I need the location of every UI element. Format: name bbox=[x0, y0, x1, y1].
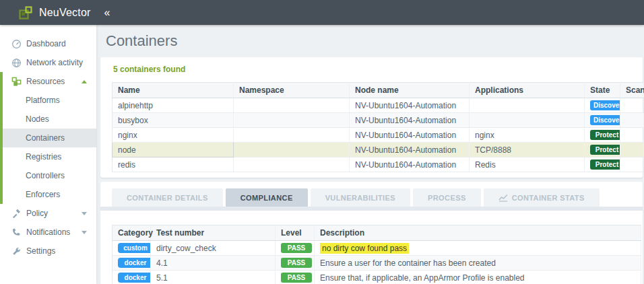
sidebar-collapse-icon[interactable]: « bbox=[104, 7, 110, 19]
sidebar-item-enforcers[interactable]: Enforcers bbox=[3, 185, 96, 204]
cell-namespace bbox=[234, 113, 350, 128]
column-header-applications[interactable]: Applications bbox=[470, 83, 585, 98]
tab-process[interactable]: PROCESS bbox=[413, 188, 481, 207]
tab-label: CONTAINER STATS bbox=[512, 194, 585, 202]
chevron-up-icon[interactable] bbox=[82, 80, 87, 83]
cell-state: Discover bbox=[585, 98, 620, 113]
cell-level: PASS bbox=[276, 256, 315, 271]
state-badge: Protect bbox=[590, 130, 620, 140]
cell-test-number: 5.1 bbox=[151, 271, 276, 284]
sidebar-item-settings[interactable]: Settings bbox=[0, 242, 96, 260]
sidebar-item-nodes[interactable]: Nodes bbox=[3, 110, 96, 129]
globe-icon bbox=[11, 58, 22, 68]
containers-table-header: Name Namespace Node name Applications St… bbox=[112, 83, 644, 98]
sidebar-item-label: Network activity bbox=[26, 58, 83, 67]
table-row[interactable]: redis NV-Ubuntu1604-Automation Redis Pro… bbox=[112, 157, 644, 172]
cell-description: Ensure that, if applicable, an AppArmor … bbox=[315, 271, 641, 284]
table-row[interactable]: nginx NV-Ubuntu1604-Automation nginx Pro… bbox=[112, 128, 644, 143]
level-badge: PASS bbox=[281, 243, 312, 253]
cell-name: alpinehttp bbox=[112, 98, 234, 113]
tab-compliance[interactable]: COMPLIANCE bbox=[226, 188, 308, 207]
sidebar-item-resources[interactable]: Resources bbox=[3, 72, 96, 91]
table-row[interactable]: alpinehttp NV-Ubuntu1604-Automation Disc… bbox=[112, 98, 644, 113]
resources-icon bbox=[11, 77, 22, 87]
sidebar-item-registries[interactable]: Registries bbox=[3, 147, 96, 166]
column-header-scan[interactable]: Scan bbox=[620, 83, 644, 98]
column-header-level[interactable]: Level bbox=[276, 225, 315, 241]
dashboard-icon bbox=[11, 39, 22, 49]
sidebar-item-label: Nodes bbox=[26, 114, 49, 124]
column-header-category[interactable]: Category bbox=[112, 225, 151, 241]
phone-icon bbox=[11, 227, 22, 238]
tab-container-stats[interactable]: CONTAINER STATS bbox=[484, 188, 600, 207]
sidebar-group-resources: Resources Platforms Nodes Containers Reg… bbox=[0, 72, 96, 204]
cell-namespace bbox=[234, 143, 350, 157]
cell-level: PASS bbox=[276, 241, 315, 256]
tab-label: CONTAINER DETAILS bbox=[127, 194, 208, 202]
table-row[interactable]: docker 4.1 PASS Ensure a user for the co… bbox=[112, 256, 641, 271]
sidebar-item-dashboard[interactable]: Dashboard bbox=[0, 34, 96, 53]
cell-name: redis bbox=[112, 157, 234, 172]
brand-name: NeuVector bbox=[39, 7, 91, 19]
column-header-description[interactable]: Description bbox=[315, 225, 641, 241]
state-badge: Discover bbox=[590, 100, 620, 110]
column-header-name[interactable]: Name bbox=[112, 83, 234, 98]
sidebar-item-label: Notifications bbox=[26, 227, 70, 237]
wrench-icon bbox=[11, 246, 22, 256]
tab-label: COMPLIANCE bbox=[240, 194, 293, 202]
tab-vulnerabilities[interactable]: VULNERABILITIES bbox=[311, 188, 410, 207]
level-badge: PASS bbox=[281, 258, 312, 268]
cell-namespace bbox=[234, 128, 350, 143]
cell-applications: TCP/8888 bbox=[470, 143, 585, 157]
column-header-namespace[interactable]: Namespace bbox=[234, 83, 350, 98]
cell-description: no dirty cow found pass bbox=[315, 241, 641, 256]
cell-name: busybox bbox=[112, 113, 234, 128]
cell-applications bbox=[470, 113, 585, 128]
sidebar-item-containers[interactable]: Containers bbox=[3, 129, 96, 147]
result-count: 5 containers found bbox=[113, 65, 641, 74]
table-row[interactable]: docker 5.1 PASS Ensure that, if applicab… bbox=[112, 271, 641, 284]
cell-test-number: 4.1 bbox=[151, 256, 276, 271]
cell-category: custom bbox=[112, 241, 151, 256]
tab-label: VULNERABILITIES bbox=[325, 194, 395, 202]
sidebar-item-platforms[interactable]: Platforms bbox=[3, 91, 96, 110]
compliance-table-header: Category Test number Level Description bbox=[112, 225, 641, 241]
line-chart-icon bbox=[498, 194, 508, 202]
sidebar-item-label: Containers bbox=[26, 133, 65, 143]
top-bar: NeuVector « bbox=[0, 0, 644, 25]
column-header-state[interactable]: State bbox=[585, 83, 620, 98]
state-badge: Protect bbox=[590, 145, 620, 155]
sidebar-item-policy[interactable]: Policy bbox=[0, 204, 96, 223]
cell-scan bbox=[620, 157, 644, 172]
tab-container-details[interactable]: CONTAINER DETAILS bbox=[112, 188, 223, 207]
column-header-test-number[interactable]: Test number bbox=[151, 225, 276, 241]
cell-node-name: NV-Ubuntu1604-Automation bbox=[350, 98, 470, 113]
cell-state: Protect bbox=[585, 128, 620, 143]
table-row[interactable]: busybox NV-Ubuntu1604-Automation Discove… bbox=[112, 113, 644, 128]
chevron-down-icon[interactable] bbox=[82, 231, 87, 234]
cell-description: Ensure a user for the container has been… bbox=[315, 256, 641, 271]
cell-namespace bbox=[234, 98, 350, 113]
cell-state: Protect bbox=[585, 157, 620, 172]
sidebar-item-network-activity[interactable]: Network activity bbox=[0, 53, 96, 72]
chevron-down-icon[interactable] bbox=[82, 212, 87, 215]
cell-node-name: NV-Ubuntu1604-Automation bbox=[350, 157, 470, 172]
sidebar-item-label: Registries bbox=[26, 152, 61, 162]
column-header-node-name[interactable]: Node name bbox=[350, 83, 470, 98]
cell-node-name: NV-Ubuntu1604-Automation bbox=[350, 128, 470, 143]
sidebar-item-controllers[interactable]: Controllers bbox=[3, 166, 96, 185]
sidebar-item-label: Platforms bbox=[26, 96, 60, 105]
sidebar-item-label: Controllers bbox=[26, 171, 65, 180]
table-row-selected[interactable]: node NV-Ubuntu1604-Automation TCP/8888 P… bbox=[112, 143, 644, 157]
cell-state: Protect bbox=[585, 143, 620, 157]
sidebar: Dashboard Network activity Resources Pla… bbox=[0, 25, 96, 284]
policy-icon bbox=[11, 209, 22, 219]
detail-card: CONTAINER DETAILS COMPLIANCE VULNERABILI… bbox=[100, 182, 643, 284]
table-row[interactable]: custom dirty_cow_check PASS no dirty cow… bbox=[112, 241, 641, 256]
sidebar-item-notifications[interactable]: Notifications bbox=[0, 223, 96, 242]
page-title: Containers bbox=[96, 25, 644, 57]
sidebar-item-label: Resources bbox=[26, 77, 65, 86]
cell-name: node bbox=[112, 143, 234, 157]
cell-name: nginx bbox=[112, 128, 234, 143]
cell-scan bbox=[620, 128, 644, 143]
